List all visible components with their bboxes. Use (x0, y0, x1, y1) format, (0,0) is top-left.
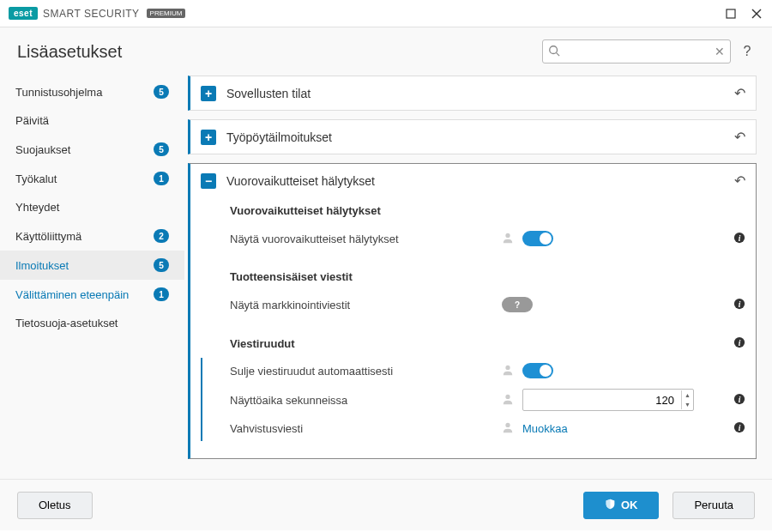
svg-point-13 (505, 394, 510, 398)
panel-body: Vuorovaikutteiset hälytykset Näytä vuoro… (190, 197, 756, 458)
person-icon (502, 232, 514, 246)
panel-header-desktop-notifications[interactable]: + Työpöytäilmoitukset ↶ (190, 120, 756, 154)
panel-interactive-alerts: − Vuorovaikutteiset hälytykset ↶ Vuorova… (188, 163, 757, 459)
svg-text:i: i (739, 423, 741, 432)
subsection-title: Tuotteensisäiset viestit (230, 270, 745, 283)
search-box[interactable]: ✕ (542, 39, 731, 63)
shield-icon (605, 499, 616, 512)
expand-icon[interactable]: + (201, 130, 216, 145)
expand-icon[interactable]: + (201, 86, 216, 101)
badge: 1 (154, 287, 169, 301)
spinner-down-icon[interactable]: ▼ (682, 400, 693, 409)
sidebar-item-tyokalut[interactable]: Työkalut1 (0, 164, 184, 193)
help-button[interactable]: ? (739, 44, 755, 59)
sidebar-item-label: Välittäminen eteenpäin (15, 288, 147, 301)
display-time-input[interactable] (523, 394, 681, 407)
sidebar-item-label: Päivitä (15, 114, 169, 127)
row-label: Näyttöaika sekunneissa (230, 394, 502, 407)
panel-header-app-states[interactable]: + Sovellusten tilat ↶ (190, 76, 756, 110)
svg-text:i: i (739, 233, 741, 242)
undo-icon[interactable]: ↶ (734, 172, 745, 189)
toggle-marketing[interactable]: ? (502, 297, 533, 312)
row-auto-close: Sulje viestiruudut automaattisesti (230, 358, 745, 384)
info-icon[interactable]: i (733, 336, 745, 351)
person-icon (502, 421, 514, 436)
svg-point-3 (550, 45, 558, 53)
search-input[interactable] (560, 45, 715, 58)
footer: Oletus OK Peruuta (0, 479, 772, 530)
person-icon (502, 393, 514, 408)
subsection-title: Vuorovaikutteiset hälytykset (230, 204, 745, 217)
sidebar-item-ilmoitukset[interactable]: Ilmoitukset5 (0, 251, 184, 280)
svg-text:i: i (739, 394, 741, 403)
sidebar-item-label: Käyttöliittymä (15, 230, 147, 243)
window-controls (724, 7, 763, 21)
badge: 5 (154, 142, 169, 156)
maximize-button[interactable] (724, 7, 738, 21)
info-icon[interactable]: i (733, 232, 745, 246)
panel-title: Vuorovaikutteiset hälytykset (226, 174, 724, 188)
panel-app-states: + Sovellusten tilat ↶ (188, 76, 757, 111)
sidebar: Tunnistusohjelma5 Päivitä Suojaukset5 Ty… (0, 72, 184, 479)
panel-title: Sovellusten tilat (226, 87, 724, 100)
row-show-interactive-alerts: Näytä vuorovaikutteiset hälytykset i (230, 226, 745, 251)
info-icon[interactable]: i (733, 298, 745, 312)
undo-icon[interactable]: ↶ (734, 85, 745, 101)
titlebar: eset SMART SECURITY PREMIUM (0, 0, 772, 27)
badge: 5 (154, 258, 169, 272)
toggle-show-alerts[interactable] (522, 231, 553, 246)
sidebar-item-label: Ilmoitukset (15, 259, 147, 272)
default-button[interactable]: Oletus (17, 492, 93, 519)
svg-point-12 (505, 365, 510, 369)
info-icon[interactable]: i (733, 421, 745, 436)
subsection-title: Viestiruudut (230, 337, 725, 350)
sidebar-item-label: Tunnistusohjelma (15, 86, 147, 99)
subsection-message-boxes: Viestiruudut i Sulje viestiruudut automa… (230, 336, 745, 441)
undo-icon[interactable]: ↶ (734, 129, 745, 145)
brand-logo: eset (9, 7, 38, 20)
panel-header-interactive-alerts[interactable]: − Vuorovaikutteiset hälytykset ↶ (190, 164, 756, 197)
badge: 5 (154, 85, 169, 99)
svg-rect-0 (727, 9, 735, 18)
sidebar-item-yhteydet[interactable]: Yhteydet (0, 193, 184, 221)
ok-button[interactable]: OK (583, 492, 660, 519)
search-area: ✕ ? (542, 39, 755, 63)
row-show-marketing: Näytä markkinointiviestit ? i (230, 292, 745, 317)
sidebar-item-paivita[interactable]: Päivitä (0, 106, 184, 135)
product-name: SMART SECURITY (43, 8, 140, 20)
sidebar-item-suojaukset[interactable]: Suojaukset5 (0, 135, 184, 164)
toggle-auto-close[interactable] (522, 363, 553, 378)
header: Lisäasetukset ✕ ? (0, 27, 772, 72)
sidebar-item-tunnistusohjelma[interactable]: Tunnistusohjelma5 (0, 77, 184, 106)
sidebar-item-valittaminen[interactable]: Välittäminen eteenpäin1 (0, 280, 184, 309)
svg-text:i: i (739, 299, 741, 308)
edit-link[interactable]: Muokkaa (522, 422, 568, 435)
content: + Sovellusten tilat ↶ + Työpöytäilmoituk… (184, 72, 772, 479)
svg-point-16 (505, 423, 510, 427)
close-button[interactable] (750, 7, 763, 21)
body: Tunnistusohjelma5 Päivitä Suojaukset5 Ty… (0, 72, 772, 479)
ok-label: OK (621, 499, 638, 511)
info-icon[interactable]: i (733, 393, 745, 408)
row-label: Vahvistusviesti (230, 422, 502, 435)
row-confirmation: Vahvistusviesti Muokkaa i (230, 416, 745, 441)
clear-search-icon[interactable]: ✕ (715, 45, 725, 58)
sidebar-item-label: Tietosuoja-asetukset (15, 317, 169, 329)
collapse-icon[interactable]: − (201, 173, 216, 189)
badge: 2 (154, 229, 169, 243)
sidebar-item-kayttoliittyma[interactable]: Käyttöliittymä2 (0, 221, 184, 251)
badge: 1 (154, 172, 169, 185)
svg-line-4 (557, 52, 560, 56)
row-label: Sulje viestiruudut automaattisesti (230, 365, 502, 378)
sidebar-item-label: Yhteydet (15, 201, 169, 214)
sidebar-item-tietosuoja[interactable]: Tietosuoja-asetukset (0, 309, 184, 337)
row-label: Näytä markkinointiviestit (230, 299, 502, 311)
subsection-alerts: Vuorovaikutteiset hälytykset Näytä vuoro… (230, 204, 745, 251)
subsection-product-messages: Tuotteensisäiset viestit Näytä markkinoi… (230, 270, 745, 317)
footer-right: OK Peruuta (583, 492, 755, 519)
edition-badge: PREMIUM (147, 9, 186, 18)
search-icon (548, 45, 560, 59)
display-time-spinner[interactable]: ▲ ▼ (522, 389, 694, 411)
spinner-up-icon[interactable]: ▲ (682, 390, 693, 400)
cancel-button[interactable]: Peruuta (672, 492, 755, 519)
